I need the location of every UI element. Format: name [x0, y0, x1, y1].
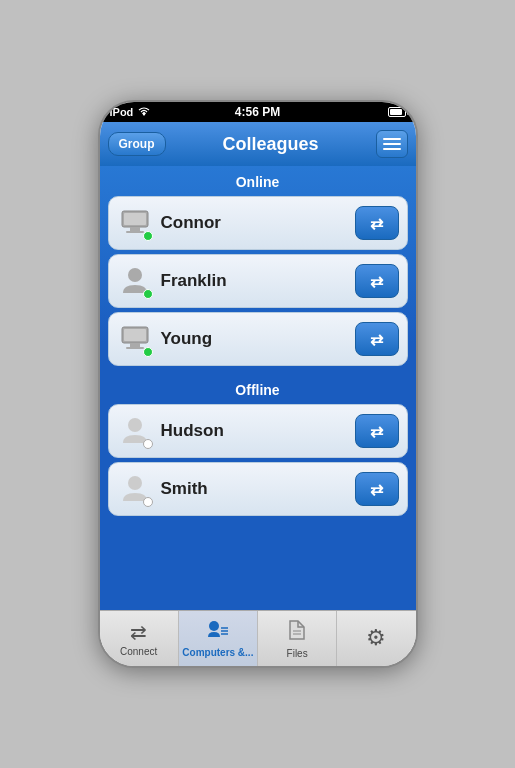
offline-list: Hudson ⇄ Smith ⇄: [100, 404, 416, 516]
svg-rect-4: [124, 213, 146, 225]
computers-icon: [207, 620, 229, 645]
svg-rect-9: [124, 329, 146, 341]
arrows-icon: ⇄: [370, 272, 383, 291]
arrows-icon: ⇄: [370, 330, 383, 349]
page-title: Colleagues: [166, 134, 376, 155]
offline-dot: [143, 439, 153, 449]
connect-button[interactable]: ⇄: [355, 264, 399, 298]
list-item: Hudson ⇄: [108, 404, 408, 458]
wifi-icon: [137, 106, 151, 118]
svg-point-10: [128, 418, 142, 432]
contact-name: Hudson: [161, 421, 347, 441]
contact-name: Smith: [161, 479, 347, 499]
arrows-icon: ⇄: [370, 422, 383, 441]
section-online: Online: [100, 166, 416, 196]
contact-name: Franklin: [161, 271, 347, 291]
contact-icon-wrap: [117, 205, 153, 241]
tab-computers[interactable]: Computers &...: [179, 611, 258, 666]
tab-connect[interactable]: ⇄ Connect: [100, 611, 179, 666]
status-left: iPod: [110, 106, 152, 118]
online-dot: [143, 231, 153, 241]
connect-button[interactable]: ⇄: [355, 414, 399, 448]
hamburger-line-3: [383, 148, 401, 150]
battery-icon: [388, 107, 406, 117]
tab-connect-label: Connect: [120, 646, 157, 657]
list-item: Smith ⇄: [108, 462, 408, 516]
status-bar: iPod 4:56 PM: [100, 102, 416, 122]
connect-button[interactable]: ⇄: [355, 472, 399, 506]
arrows-icon: ⇄: [370, 214, 383, 233]
contact-icon-wrap: [117, 413, 153, 449]
hamburger-line-1: [383, 138, 401, 140]
svg-point-11: [128, 476, 142, 490]
status-time: 4:56 PM: [235, 105, 280, 119]
online-list: Connor ⇄ Franklin ⇄: [100, 196, 416, 366]
svg-point-5: [128, 268, 142, 282]
contact-name: Connor: [161, 213, 347, 233]
hamburger-line-2: [383, 143, 401, 145]
connect-button[interactable]: ⇄: [355, 322, 399, 356]
tab-settings[interactable]: ⚙: [337, 611, 415, 666]
svg-rect-2: [130, 227, 140, 231]
nav-bar: Group Colleagues: [100, 122, 416, 166]
list-item: Young ⇄: [108, 312, 408, 366]
online-dot: [143, 289, 153, 299]
tab-files[interactable]: Files: [258, 611, 337, 666]
contact-icon-wrap: [117, 263, 153, 299]
list-item: Franklin ⇄: [108, 254, 408, 308]
files-icon: [288, 619, 306, 646]
status-right: [388, 107, 406, 117]
contact-icon-wrap: [117, 471, 153, 507]
online-dot: [143, 347, 153, 357]
svg-rect-8: [126, 347, 144, 349]
svg-rect-3: [126, 231, 144, 233]
arrows-icon: ⇄: [370, 480, 383, 499]
section-offline: Offline: [100, 374, 416, 404]
device-label: iPod: [110, 106, 134, 118]
svg-point-12: [209, 621, 219, 631]
contact-icon-wrap: [117, 321, 153, 357]
tab-computers-label: Computers &...: [182, 647, 253, 658]
menu-button[interactable]: [376, 130, 408, 158]
svg-rect-7: [130, 343, 140, 347]
svg-point-0: [143, 114, 145, 116]
tab-bar: ⇄ Connect Computers &...: [100, 610, 416, 666]
contact-name: Young: [161, 329, 347, 349]
main-content: Online Connor ⇄: [100, 166, 416, 610]
offline-dot: [143, 497, 153, 507]
tab-files-label: Files: [287, 648, 308, 659]
connect-button[interactable]: ⇄: [355, 206, 399, 240]
list-item: Connor ⇄: [108, 196, 408, 250]
connect-icon: ⇄: [130, 620, 147, 644]
gear-icon: ⚙: [366, 625, 386, 651]
phone-frame: iPod 4:56 PM Group Colleagues: [98, 100, 418, 668]
group-button[interactable]: Group: [108, 132, 166, 156]
